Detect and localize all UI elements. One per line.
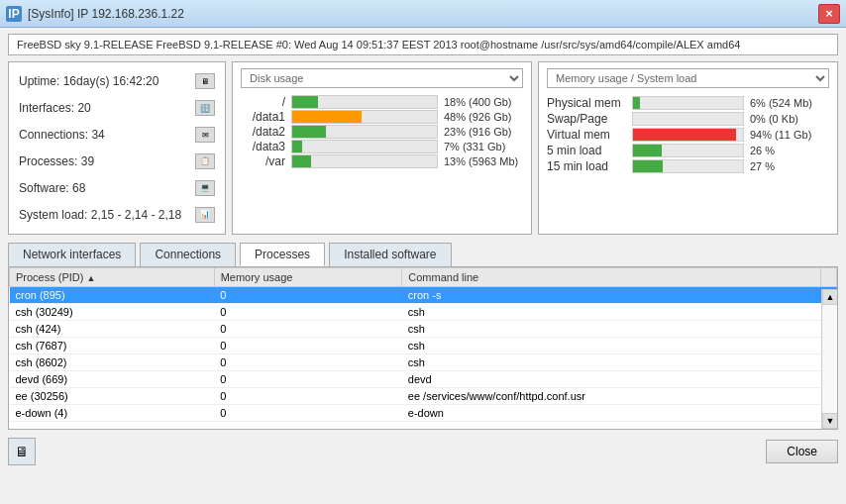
scroll-up-button[interactable]: ▲ — [822, 289, 838, 305]
table-row[interactable]: csh (424) 0 csh — [10, 321, 837, 338]
mem-label: Virtual mem — [547, 128, 626, 142]
disk-bar-fill — [292, 141, 302, 152]
mem-bar — [632, 159, 744, 173]
disk-panel: Disk usage / 18% (400 Gb) /data1 48% (92… — [232, 61, 532, 235]
mem-label: Physical mem — [547, 96, 626, 110]
disk-row: /data2 23% (916 Gb) — [241, 125, 523, 139]
processes-label: Processes: 39 — [19, 154, 94, 168]
mem-row: Virtual mem 94% (11 Gb) — [547, 128, 829, 142]
mem-row: 15 min load 27 % — [547, 159, 829, 173]
disk-panel-header: Disk usage — [241, 68, 523, 88]
titlebar-title: [SysInfo] IP 192.168.236.1.22 — [28, 7, 184, 21]
uptime-icon: 🖥 — [195, 73, 215, 89]
table-row[interactable]: ee (30256) 0 ee /services/www/conf/httpd… — [10, 388, 837, 405]
mem-row: 5 min load 26 % — [547, 144, 829, 157]
disk-value: 13% (5963 Mb) — [444, 155, 523, 167]
table-body: cron (895) 0 cron -s csh (30249) 0 csh c… — [10, 287, 837, 422]
mem-bar — [632, 128, 744, 142]
processes-row: Processes: 39 📋 — [19, 153, 215, 169]
mem-value: 0% (0 Kb) — [750, 113, 829, 125]
col-cmd[interactable]: Command line — [402, 268, 821, 287]
disk-value: 48% (926 Gb) — [444, 111, 523, 123]
close-button[interactable]: Close — [766, 440, 838, 463]
mem-bar-fill — [633, 97, 640, 109]
col-mem[interactable]: Memory usage — [214, 268, 402, 287]
tab-software[interactable]: Installed software — [329, 243, 451, 266]
table-row[interactable]: csh (7687) 0 csh — [10, 338, 837, 354]
tab-processes[interactable]: Processes — [240, 243, 325, 266]
mem-rows: Physical mem 6% (524 Mb) Swap/Page 0% (0… — [547, 94, 829, 175]
cell-pid: csh (424) — [10, 321, 215, 338]
cell-mem: 0 — [214, 338, 402, 354]
cell-mem: 0 — [214, 405, 402, 422]
disk-label: / — [241, 95, 285, 109]
tabs-container: Network interfacesConnectionsProcessesIn… — [8, 243, 454, 266]
app-icon: IP — [6, 6, 22, 22]
cell-cmd: csh — [402, 338, 821, 354]
cell-mem: 0 — [214, 388, 402, 405]
interfaces-icon: 🔢 — [195, 100, 215, 116]
table-row[interactable]: cron (895) 0 cron -s — [10, 287, 837, 304]
tab-network[interactable]: Network interfaces — [8, 243, 136, 266]
mem-value: 6% (524 Mb) — [750, 97, 829, 109]
disk-label: /data3 — [241, 140, 285, 153]
cell-mem: 0 — [214, 304, 402, 321]
sysload-label: System load: 2,15 - 2,14 - 2,18 — [19, 208, 181, 222]
memory-panel: Memory usage / System load Physical mem … — [538, 61, 838, 235]
main-content: Uptime: 16day(s) 16:42:20 🖥 Interfaces: … — [8, 61, 838, 235]
cell-pid: ee (30256) — [10, 388, 215, 405]
cell-pid: csh (7687) — [10, 338, 215, 354]
col-pid[interactable]: Process (PID) ▲ — [10, 268, 215, 287]
mem-label: 15 min load — [547, 159, 626, 173]
sort-icon: ▲ — [87, 273, 96, 283]
table-row[interactable]: e-down (4) 0 e-down — [10, 405, 837, 422]
interfaces-row: Interfaces: 20 🔢 — [19, 100, 215, 116]
table-row[interactable]: csh (8602) 0 csh — [10, 354, 837, 371]
cell-cmd: csh — [402, 304, 821, 321]
disk-label: /data1 — [241, 110, 285, 124]
connections-icon: ✉ — [195, 127, 215, 143]
scroll-down-button[interactable]: ▼ — [822, 413, 838, 429]
cell-cmd: ee /services/www/conf/httpd.conf.usr — [402, 388, 821, 405]
disk-label: /data2 — [241, 125, 285, 139]
bottom-bar: 🖥 Close — [0, 434, 846, 469]
cell-cmd: csh — [402, 321, 821, 338]
mem-bar — [632, 144, 744, 157]
memory-dropdown[interactable]: Memory usage / System load — [547, 68, 829, 88]
cell-mem: 0 — [214, 287, 402, 304]
connections-row: Connections: 34 ✉ — [19, 127, 215, 143]
col-extra — [821, 268, 837, 287]
disk-bar-fill — [292, 111, 362, 123]
process-table: Process (PID) ▲ Memory usage Command lin… — [9, 267, 837, 422]
mem-bar-fill — [633, 160, 663, 172]
mem-value: 27 % — [750, 160, 829, 172]
cell-cmd: e-down — [402, 405, 821, 422]
mem-label: Swap/Page — [547, 112, 626, 126]
uptime-row: Uptime: 16day(s) 16:42:20 🖥 — [19, 73, 215, 89]
disk-bar-fill — [292, 155, 311, 167]
software-row: Software: 68 💻 — [19, 180, 215, 196]
mem-value: 26 % — [750, 145, 829, 156]
mem-label: 5 min load — [547, 144, 626, 157]
disk-value: 18% (400 Gb) — [444, 96, 523, 108]
software-label: Software: 68 — [19, 181, 85, 195]
disk-row: /var 13% (5963 Mb) — [241, 154, 523, 168]
scrollbar[interactable]: ▲ ▼ — [821, 289, 837, 429]
disk-bar — [291, 95, 438, 109]
table-row[interactable]: csh (30249) 0 csh — [10, 304, 837, 321]
window-close-button[interactable]: × — [818, 4, 840, 24]
table-row[interactable]: devd (669) 0 devd — [10, 371, 837, 388]
mem-bar-fill — [633, 145, 662, 156]
disk-bar — [291, 125, 438, 139]
titlebar-left: IP [SysInfo] IP 192.168.236.1.22 — [6, 6, 184, 22]
cell-pid: devd (669) — [10, 371, 215, 388]
mem-row: Swap/Page 0% (0 Kb) — [547, 112, 829, 126]
disk-value: 23% (916 Gb) — [444, 126, 523, 138]
table-header-row: Process (PID) ▲ Memory usage Command lin… — [10, 268, 837, 287]
scroll-track[interactable] — [822, 305, 837, 413]
system-info-bar: FreeBSD sky 9.1-RELEASE FreeBSD 9.1-RELE… — [8, 34, 838, 55]
tab-connections[interactable]: Connections — [140, 243, 236, 266]
cell-pid: cron (895) — [10, 287, 215, 304]
titlebar: IP [SysInfo] IP 192.168.236.1.22 × — [0, 0, 846, 28]
disk-dropdown[interactable]: Disk usage — [241, 68, 523, 88]
